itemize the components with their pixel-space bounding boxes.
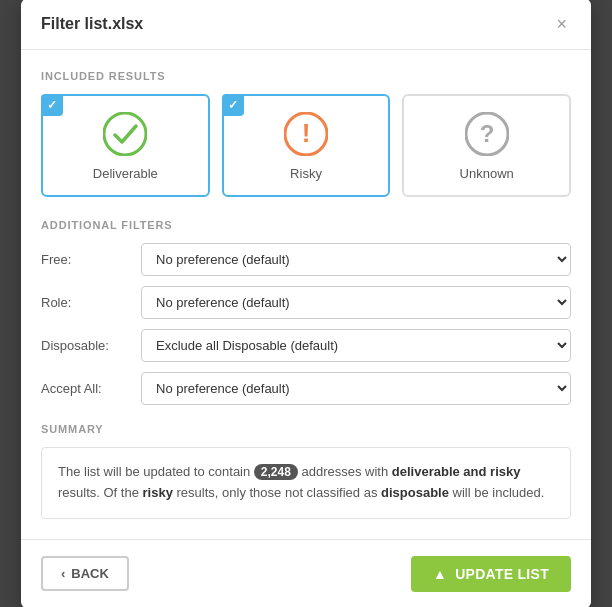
result-card-deliverable[interactable]: ✓ Deliverable <box>41 94 210 197</box>
check-badge-risky: ✓ <box>222 94 244 116</box>
summary-label: SUMMARY <box>41 423 571 435</box>
summary-bold2: risky <box>143 485 173 500</box>
filter-label-disposable: Disposable: <box>41 338 141 353</box>
filter-row-role: Role: No preference (default) <box>41 286 571 319</box>
result-card-unknown[interactable]: ? Unknown <box>402 94 571 197</box>
filter-row-accept-all: Accept All: No preference (default) <box>41 372 571 405</box>
summary-bold3: disposable <box>381 485 449 500</box>
filter-select-free[interactable]: No preference (default) <box>141 243 571 276</box>
summary-count: 2,248 <box>254 464 298 480</box>
upload-icon: ▲ <box>433 566 447 582</box>
modal-title: Filter list.xlsx <box>41 15 143 33</box>
unknown-icon: ? <box>463 110 511 158</box>
update-list-button[interactable]: ▲ UPDATE LIST <box>411 556 571 592</box>
svg-text:!: ! <box>302 118 311 148</box>
filter-label-role: Role: <box>41 295 141 310</box>
back-chevron-icon: ‹ <box>61 566 65 581</box>
result-card-risky[interactable]: ✓ ! Risky <box>222 94 391 197</box>
back-button[interactable]: ‹ BACK <box>41 556 129 591</box>
filter-row-disposable: Disposable: Exclude all Disposable (defa… <box>41 329 571 362</box>
modal-footer: ‹ BACK ▲ UPDATE LIST <box>21 539 591 607</box>
filter-row-free: Free: No preference (default) <box>41 243 571 276</box>
result-cards: ✓ Deliverable ✓ ! <box>41 94 571 197</box>
filter-select-accept-all[interactable]: No preference (default) <box>141 372 571 405</box>
summary-text-before: The list will be updated to contain <box>58 464 254 479</box>
modal: Filter list.xlsx × INCLUDED RESULTS ✓ De… <box>21 0 591 607</box>
close-button[interactable]: × <box>552 15 571 33</box>
risky-icon: ! <box>282 110 330 158</box>
filter-label-accept-all: Accept All: <box>41 381 141 396</box>
modal-body: INCLUDED RESULTS ✓ Deliverable ✓ <box>21 50 591 519</box>
update-label: UPDATE LIST <box>455 566 549 582</box>
svg-text:?: ? <box>479 120 494 147</box>
deliverable-label: Deliverable <box>93 166 158 181</box>
filter-select-role[interactable]: No preference (default) <box>141 286 571 319</box>
modal-overlay: Filter list.xlsx × INCLUDED RESULTS ✓ De… <box>0 0 612 607</box>
back-label: BACK <box>71 566 109 581</box>
unknown-label: Unknown <box>460 166 514 181</box>
summary-section: SUMMARY The list will be updated to cont… <box>41 423 571 519</box>
summary-text-after2: results, only those not classified as <box>173 485 381 500</box>
summary-bold1: deliverable and risky <box>392 464 521 479</box>
summary-box: The list will be updated to contain 2,24… <box>41 447 571 519</box>
filter-label-free: Free: <box>41 252 141 267</box>
modal-header: Filter list.xlsx × <box>21 0 591 50</box>
risky-label: Risky <box>290 166 322 181</box>
deliverable-icon <box>101 110 149 158</box>
summary-text-after1: addresses with deliverable and risky <box>298 464 521 479</box>
filter-select-disposable[interactable]: Exclude all Disposable (default) <box>141 329 571 362</box>
included-results-label: INCLUDED RESULTS <box>41 70 571 82</box>
svg-point-0 <box>104 113 146 155</box>
check-badge-deliverable: ✓ <box>41 94 63 116</box>
additional-filters-label: ADDITIONAL FILTERS <box>41 219 571 231</box>
filters-section: ADDITIONAL FILTERS Free: No preference (… <box>41 219 571 405</box>
summary-text-after3: will be included. <box>449 485 544 500</box>
summary-text-middle: results. Of the <box>58 485 143 500</box>
